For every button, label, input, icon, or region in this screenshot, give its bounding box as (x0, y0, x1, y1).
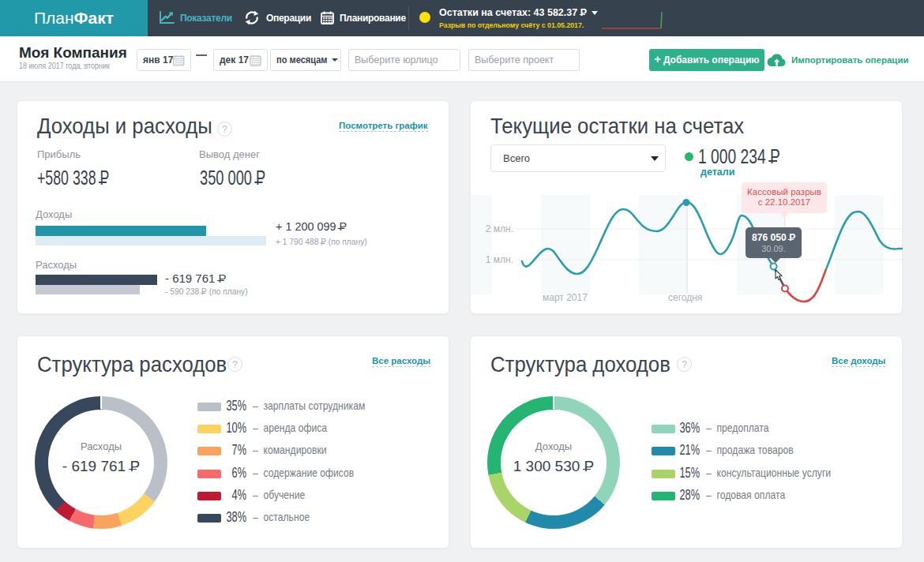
svg-text:2 млн.: 2 млн. (486, 223, 513, 234)
svg-text:1 млн.: 1 млн. (486, 254, 513, 265)
svg-text:март 2017: март 2017 (543, 292, 588, 303)
svg-text:сегодня: сегодня (668, 292, 702, 303)
